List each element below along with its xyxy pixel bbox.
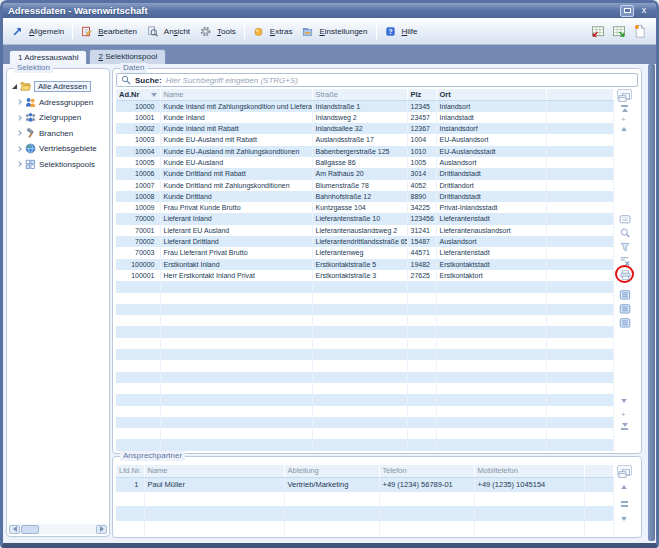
grid-icon[interactable]: [619, 213, 631, 225]
table-row[interactable]: 10002 Kunde Inland mit Rabatt Inlandsall…: [116, 123, 614, 134]
column-header-adnr[interactable]: Ad.Nr: [116, 89, 160, 100]
ansprechpartner-group-label: Ansprechpartner: [120, 451, 185, 461]
scroll-page-down-button[interactable]: +: [621, 411, 626, 418]
search-icon[interactable]: [619, 227, 631, 239]
column-header-name[interactable]: Name: [160, 89, 312, 100]
tree-item-label: Branchen: [39, 129, 73, 138]
scroll-thumb[interactable]: [621, 500, 628, 508]
tree-item-adressgruppen[interactable]: Adressgruppen: [9, 95, 107, 111]
triangle-right-icon: [100, 526, 104, 532]
column-header-abteilung[interactable]: Abteilung: [284, 465, 379, 477]
tree-item-zielgruppen[interactable]: Zielgruppen: [9, 110, 107, 126]
column-header-telefon[interactable]: Telefon: [379, 465, 474, 477]
horizontal-scrollbar[interactable]: [9, 524, 107, 534]
collapsed-arrow-icon[interactable]: [16, 161, 22, 167]
tree-item-label: Vertriebsgebiete: [39, 144, 97, 153]
scroll-up-button[interactable]: [621, 485, 627, 489]
menu-bearbeiten[interactable]: Bearbeiten: [76, 23, 142, 40]
column-chooser-button[interactable]: [617, 89, 632, 100]
close-button[interactable]: x: [637, 5, 651, 17]
menu-extras[interactable]: Extras: [248, 23, 298, 40]
selection-tree: Alle Adressen Adressgruppen Zielgruppen …: [7, 69, 109, 174]
table-row[interactable]: 10001 Kunde Inland Inlandsweg 2 23457 In…: [116, 112, 614, 123]
tree-item-label: Zielgruppen: [39, 113, 81, 122]
collapsed-arrow-icon[interactable]: [16, 115, 22, 121]
list-icon[interactable]: [619, 289, 631, 301]
empty-row: [116, 315, 614, 326]
empty-row: [116, 281, 614, 292]
tree-item-branchen[interactable]: Branchen: [9, 126, 107, 142]
empty-row: [116, 293, 614, 304]
search-input[interactable]: Suche: Hier Suchbegriff eingeben (STRG+S…: [116, 73, 638, 87]
tab-strip: 1 Adressauswahl 2 Selektionspool: [3, 45, 656, 64]
menu-tools[interactable]: Tools: [195, 23, 241, 40]
scroll-right-button[interactable]: [96, 525, 107, 534]
column-header-ort[interactable]: Ort: [436, 89, 546, 100]
expanded-arrow-icon[interactable]: [12, 84, 17, 89]
menu-einstellungen[interactable]: Einstellungen: [297, 23, 372, 40]
table-row[interactable]: 10000 Kunde Inland mit Zahlungskondition…: [116, 100, 614, 112]
table-row[interactable]: 70000 Lieferant Inland Lieferantenstraße…: [116, 213, 614, 224]
table-row[interactable]: 10006 Kunde Drittland mit Rabatt Am Rath…: [116, 168, 614, 179]
scroll-left-button[interactable]: [9, 525, 20, 534]
column-chooser-button[interactable]: [617, 465, 632, 476]
import-table-icon[interactable]: [611, 24, 627, 39]
table-row[interactable]: 70002 Lieferant Drittland Lieferantendri…: [116, 236, 614, 247]
scroll-up-button[interactable]: [621, 127, 627, 131]
column-chooser-icon: [618, 469, 631, 478]
table-row[interactable]: 100000 Erstkontakt Inland Erstkontaktstr…: [116, 259, 614, 270]
contacts-side-strip: [614, 465, 638, 535]
tab-selektionspool[interactable]: 2 Selektionspool: [89, 49, 166, 64]
table-row[interactable]: 10005 Kunde EU-Ausland Ballgasse 86 1005…: [116, 157, 614, 168]
tree-item-selektionspools[interactable]: Selektionspools: [9, 157, 107, 173]
table-row[interactable]: 10008 Kunde Drittland Bahnhofstraße 12 8…: [116, 191, 614, 202]
open-folder-icon: [20, 81, 31, 92]
empty-row: [116, 338, 614, 349]
table-row[interactable]: 10007 Kunde Drittland mit Zahlungskondit…: [116, 180, 614, 191]
table-row[interactable]: 10003 Kunde EU-Ausland mit Rabatt Auslan…: [116, 134, 614, 145]
scroll-down-button[interactable]: [621, 399, 627, 403]
selektion-panel: Selektion Alle Adressen Adressgruppen Zi…: [6, 68, 110, 537]
restore-button[interactable]: [620, 5, 634, 17]
settings-icon: [302, 26, 313, 37]
arrow-icon: [12, 26, 23, 37]
list-icon[interactable]: [619, 303, 631, 315]
scroll-to-top-button[interactable]: [621, 104, 628, 112]
collapsed-arrow-icon[interactable]: [16, 146, 22, 152]
window-title: Adressdaten - Warenwirtschaft: [8, 5, 617, 16]
tree-item-alle-adressen[interactable]: Alle Adressen: [9, 79, 107, 95]
menu-hilfe[interactable]: ? Hilfe: [380, 23, 423, 40]
collapsed-arrow-icon[interactable]: [16, 99, 22, 105]
column-header-strasse[interactable]: Straße: [312, 89, 407, 100]
menu-ansicht[interactable]: Ansicht: [142, 23, 195, 40]
table-row[interactable]: 100001 Herr Erstkontakt Inland Privat Er…: [116, 270, 614, 281]
table-row[interactable]: 70003 Frau Lieferant Privat Brutto Liefe…: [116, 247, 614, 258]
column-header-plz[interactable]: Plz: [407, 89, 436, 100]
sort-descending-icon: [151, 93, 157, 97]
column-header-lfdnr[interactable]: Lfd.Nr.: [116, 465, 144, 477]
scrollbar-thumb[interactable]: [21, 525, 39, 534]
column-header-mobiltelefon[interactable]: Mobiltelefon: [474, 465, 584, 477]
app-window: Adressdaten - Warenwirtschaft x Allgemei…: [0, 0, 659, 548]
contacts-table: Lfd.Nr. Name Abteilung Telefon Mobiltele…: [116, 465, 614, 535]
table-row[interactable]: 70001 Lieferant EU Ausland Lieferantenau…: [116, 225, 614, 236]
contact-row[interactable]: 1 Paul Müller Vertrieb/Marketing +49 (12…: [116, 477, 614, 492]
daten-panel: Daten Suche: Hier Suchbegriff eingeben (…: [112, 68, 642, 454]
scroll-to-bottom-button[interactable]: [621, 423, 628, 431]
new-document-icon[interactable]: [632, 24, 648, 39]
table-row[interactable]: 10009 Frau Privat Kunde Brutto Kuntzgass…: [116, 202, 614, 213]
empty-row: [116, 326, 614, 337]
table-row[interactable]: 10004 Kunde EU-Ausland mit Zahlungskondt…: [116, 146, 614, 157]
column-header-name[interactable]: Name: [144, 465, 284, 477]
menu-allgemein[interactable]: Allgemein: [7, 23, 69, 40]
tree-item-vertriebsgebiete[interactable]: Vertriebsgebiete: [9, 141, 107, 157]
empty-row: [116, 394, 614, 405]
list-icon[interactable]: [619, 317, 631, 329]
scroll-page-up-button[interactable]: +: [621, 116, 626, 123]
export-table-icon[interactable]: [590, 24, 606, 39]
filter-icon[interactable]: [619, 241, 631, 253]
scroll-down-button[interactable]: [621, 517, 627, 521]
menu-separator: [72, 23, 73, 39]
collapsed-arrow-icon[interactable]: [16, 130, 22, 136]
address-table: Ad.Nr Name Straße Plz Ort 10000: [116, 89, 614, 451]
